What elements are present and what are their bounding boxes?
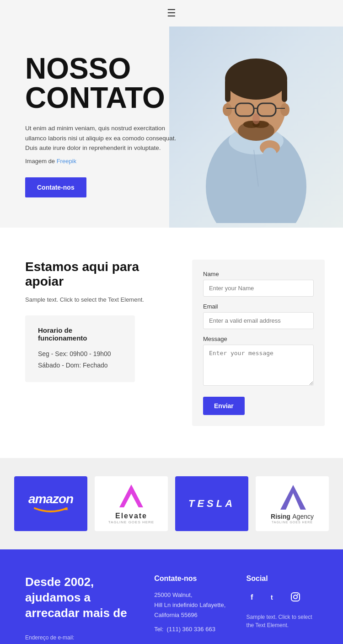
hours-box: Horario de funcionamento Seg - Sex: 09h0… xyxy=(25,315,135,382)
email-label: Email xyxy=(203,303,314,310)
hours-title: Horario de funcionamento xyxy=(38,326,122,342)
contact-sample-text: Sample text. Click to select the Text El… xyxy=(25,295,174,304)
svg-rect-26 xyxy=(249,592,258,601)
footer-address: 25000 Walnut,Hill Ln indefinido Lafayett… xyxy=(154,590,228,620)
hours-weekend: Sábado - Dom: Fechado xyxy=(38,360,122,371)
hero-image-credit: Imagem de Freepik xyxy=(25,158,325,165)
name-group: Name xyxy=(203,271,314,297)
footer-headline: Desde 2002, ajudamos a arrecadar mais de xyxy=(25,575,136,621)
email-group: Email xyxy=(203,303,314,329)
logos-section: amazon Elevate TAGLINE GOES HERE TESLA xyxy=(0,458,343,549)
amazon-arrow-icon xyxy=(32,506,69,514)
rising-name: Rising Agency xyxy=(271,512,314,521)
svg-point-32 xyxy=(297,594,298,596)
svg-rect-30 xyxy=(291,593,300,601)
footer-tel: Tel: (111) 360 336 663 xyxy=(154,626,228,633)
freepik-link[interactable]: Freepik xyxy=(57,158,76,165)
rising-svg-icon xyxy=(279,484,307,511)
elevate-logo-card: Elevate TAGLINE GOES HERE xyxy=(95,476,168,531)
footer-col3: Social f t Sample text. Click to select … xyxy=(247,575,320,644)
footer-email-label: Endereço de e-mail: xyxy=(25,634,136,641)
tesla-text: TESLA xyxy=(188,498,235,510)
contact-form: Name Email Message Enviar xyxy=(192,260,325,426)
form-submit-button[interactable]: Enviar xyxy=(203,397,245,415)
name-input[interactable] xyxy=(203,280,314,297)
footer-col1: Desde 2002, ajudamos a arrecadar mais de… xyxy=(25,575,136,644)
hero-content: NOSSO CONTATO Ut enim ad minim veniam, q… xyxy=(0,27,343,216)
svg-text:t: t xyxy=(271,594,273,601)
hours-weekdays: Seg - Sex: 09h00 - 19h00 xyxy=(38,348,122,360)
message-label: Message xyxy=(203,335,314,342)
hero-section: NOSSO CONTATO Ut enim ad minim veniam, q… xyxy=(0,27,343,228)
footer-social-sample: Sample text. Click to select the Text El… xyxy=(247,613,320,629)
elevate-name: Elevate xyxy=(108,512,154,520)
hamburger-icon[interactable]: ☰ xyxy=(167,7,176,19)
rising-triangle-icon xyxy=(279,484,305,510)
rising-tagline: TAGLINE GOES HERE xyxy=(271,521,314,524)
hero-description: Ut enim ad minim veniam, quis nostrud ex… xyxy=(25,123,181,153)
hero-cta-button[interactable]: Contate-nos xyxy=(25,177,86,197)
svg-text:f: f xyxy=(251,593,253,601)
elevate-triangle-icon xyxy=(118,484,144,509)
footer-contact-title: Contate-nos xyxy=(154,575,228,583)
navbar: ☰ xyxy=(0,0,343,27)
tesla-logo-card: TESLA xyxy=(175,476,248,531)
instagram-icon[interactable] xyxy=(289,590,302,604)
hero-title: NOSSO CONTATO xyxy=(25,54,325,112)
facebook-icon[interactable]: f xyxy=(247,590,260,604)
footer-col2: Contate-nos 25000 Walnut,Hill Ln indefin… xyxy=(154,575,228,644)
amazon-logo-card: amazon xyxy=(14,476,87,531)
footer-social-title: Social xyxy=(247,575,320,583)
message-textarea[interactable] xyxy=(203,345,314,386)
rising-logo-card: Rising Agency TAGLINE GOES HERE xyxy=(256,476,329,531)
amazon-logo: amazon xyxy=(28,492,73,516)
email-input[interactable] xyxy=(203,312,314,329)
twitter-icon[interactable]: t xyxy=(268,590,281,604)
contact-left: Estamos aqui para apoiar Sample text. Cl… xyxy=(25,260,174,426)
elevate-tagline: TAGLINE GOES HERE xyxy=(108,520,154,524)
message-group: Message xyxy=(203,335,314,388)
amazon-text: amazon xyxy=(28,492,73,506)
svg-point-31 xyxy=(294,595,297,599)
contact-title: Estamos aqui para apoiar xyxy=(25,260,174,289)
social-icons: f t xyxy=(247,590,320,604)
elevate-logo: Elevate TAGLINE GOES HERE xyxy=(108,484,154,524)
contact-section: Estamos aqui para apoiar Sample text. Cl… xyxy=(0,228,343,458)
footer-main: Desde 2002, ajudamos a arrecadar mais de… xyxy=(0,549,343,644)
name-label: Name xyxy=(203,271,314,277)
rising-logo: Rising Agency TAGLINE GOES HERE xyxy=(271,484,314,524)
